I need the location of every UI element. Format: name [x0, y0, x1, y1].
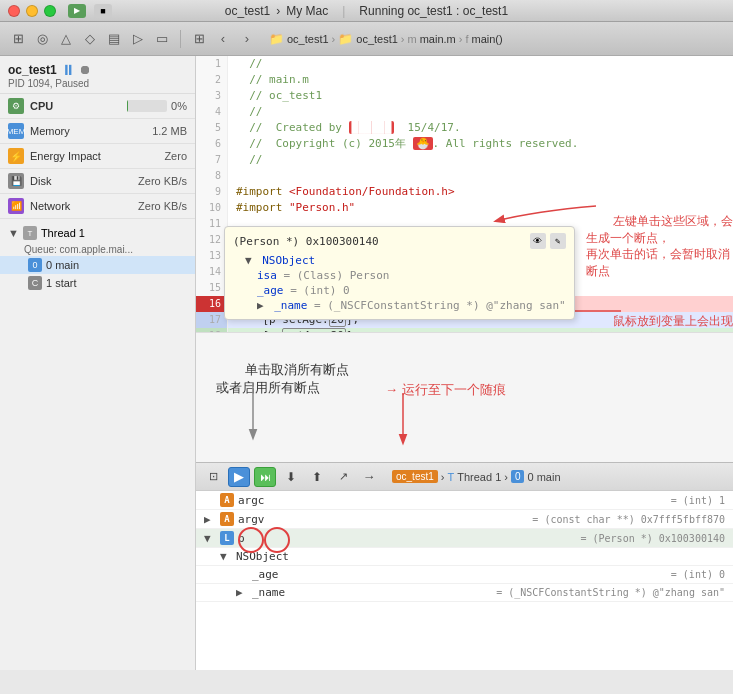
warning-icon[interactable]: ◇ [80, 29, 100, 49]
popup-eye-button[interactable]: 👁 [530, 233, 546, 249]
var-row-age: _age = (int) 0 [196, 566, 733, 584]
thread-badge-0: 0 [28, 258, 42, 272]
title-spacer: | [342, 4, 345, 18]
popup-header: (Person *) 0x100300140 👁 ✎ [233, 233, 566, 249]
cpu-icon: ⚙ [8, 98, 24, 114]
memory-icon: MEM [8, 123, 24, 139]
breadcrumb-project[interactable]: oc_test1 [287, 33, 329, 45]
popup-name: ▶ _name = (_NSCFConstantString *) @"zhan… [233, 298, 566, 313]
code-line-8: 8 [196, 168, 733, 184]
var-row-name[interactable]: ▶ _name = (_NSCFConstantString *) @"zhan… [196, 584, 733, 602]
window-buttons [8, 5, 56, 17]
filter-icon[interactable]: ▤ [104, 29, 124, 49]
code-line-5: 5 // Created by ██████ 15/4/17. [196, 120, 733, 136]
code-line-9: 9 #import <Foundation/Foundation.h> [196, 184, 733, 200]
thread-header[interactable]: ▼ T Thread 1 [0, 223, 195, 243]
popup-title: (Person *) 0x100300140 [233, 235, 379, 248]
metric-energy: ⚡ Energy Impact Zero [0, 144, 195, 169]
var-row-p[interactable]: ▼ L p = (Person *) 0x100300140 [196, 529, 733, 548]
close-button[interactable] [8, 5, 20, 17]
disk-icon: 💾 [8, 173, 24, 189]
metric-cpu: ⚙ CPU 0% [0, 94, 195, 119]
breadcrumb-function[interactable]: main() [472, 33, 503, 45]
next-inst-button[interactable]: → [358, 467, 380, 487]
run-button[interactable]: ▶ [68, 4, 86, 18]
metric-memory: MEM Memory 1.2 MB [0, 119, 195, 144]
breadcrumb-folder[interactable]: oc_test1 [356, 33, 398, 45]
step-into-button[interactable]: ⬇ [280, 467, 302, 487]
var-row-argc: A argc = (int) 1 [196, 491, 733, 510]
step-annotation: → 运行至下一个随痕 [356, 363, 506, 418]
right-panel: 1 // 2 // main.m 3 // oc_test1 4 // 5 //… [196, 56, 733, 670]
step-over-button[interactable]: ⏭ [254, 467, 276, 487]
variable-popup: (Person *) 0x100300140 👁 ✎ ▼ NSObject is… [224, 226, 575, 320]
step-out-button[interactable]: ⬆ [306, 467, 328, 487]
title-separator: › [276, 4, 280, 18]
nav-back-icon[interactable]: ‹ [213, 29, 233, 49]
console-toggle-button[interactable]: ⊡ [202, 467, 224, 487]
annotation-section: 单击取消所有断点或者启用所有断点 → 运行至下一个随痕 [196, 332, 733, 462]
thread-item-0-main[interactable]: 0 0 main [0, 256, 195, 274]
pause-icon[interactable]: ⏸ [61, 62, 75, 78]
argv-badge: A [220, 512, 234, 526]
forward-icon[interactable]: ▷ [128, 29, 148, 49]
stop-button[interactable]: ■ [94, 4, 112, 18]
debug-thread-icon: T [447, 471, 454, 483]
popup-isa: isa = (Class) Person [233, 268, 566, 283]
breakpoint-icon[interactable]: ◎ [32, 29, 52, 49]
thread-item-1-start[interactable]: C 1 start [0, 274, 195, 292]
main-area: oc_test1 ⏸ ⏺ PID 1094, Paused ⚙ CPU 0% M… [0, 56, 733, 670]
energy-value: Zero [164, 150, 187, 162]
code-line-7: 7 // [196, 152, 733, 168]
record-icon[interactable]: ⏺ [79, 63, 91, 77]
device-name: oc_test1 ⏸ ⏺ [8, 62, 187, 78]
code-line-10: 10 #import "Person.h" [196, 200, 733, 216]
fix-icon[interactable]: △ [56, 29, 76, 49]
cpu-gauge [127, 100, 167, 112]
breadcrumb: 📁 oc_test1 › 📁 oc_test1 › m main.m › f m… [261, 27, 725, 51]
device-name-label: oc_test1 [8, 63, 57, 77]
energy-label: Energy Impact [30, 150, 164, 162]
device-header: oc_test1 ⏸ ⏺ PID 1094, Paused [0, 56, 195, 94]
thread-0-label: 0 main [46, 259, 79, 271]
func-icon: f [465, 33, 468, 45]
running-label: Running oc_test1 : oc_test1 [359, 4, 508, 18]
thread-badge-star: C [28, 276, 42, 290]
debug-sep2: › [504, 471, 508, 483]
title-bar-left: ▶ ■ [68, 4, 112, 18]
code-line-4: 4 // [196, 104, 733, 120]
debug-sep1: › [441, 471, 445, 483]
panel-toggle-icon[interactable]: ⊞ [8, 29, 28, 49]
nav-forward-icon[interactable]: › [237, 29, 257, 49]
code-editor[interactable]: 1 // 2 // main.m 3 // oc_test1 4 // 5 //… [196, 56, 733, 332]
breadcrumb-sep3: › [459, 33, 463, 45]
step-inst-button[interactable]: ↗ [332, 467, 354, 487]
memory-value: 1.2 MB [152, 125, 187, 137]
grid-icon[interactable]: ⊞ [189, 29, 209, 49]
project-folder-icon: 📁 [269, 32, 284, 46]
disk-value: Zero KB/s [138, 175, 187, 187]
metric-disk: 💾 Disk Zero KB/s [0, 169, 195, 194]
energy-icon: ⚡ [8, 148, 24, 164]
code-line-6: 6 // Copyright (c) 2015年 🐣. All rights r… [196, 136, 733, 152]
folder-icon: 📁 [338, 32, 353, 46]
pause-continue-button[interactable]: ▶ [228, 467, 250, 487]
var-row-argv[interactable]: ▶ A argv = (const char **) 0x7fff5fbff87… [196, 510, 733, 529]
maximize-button[interactable] [44, 5, 56, 17]
target-label: My Mac [286, 4, 328, 18]
nsobject-name: NSObject [236, 550, 725, 563]
network-icon: 📶 [8, 198, 24, 214]
hide-icon[interactable]: ▭ [152, 29, 172, 49]
memory-label: Memory [30, 125, 152, 137]
project-label: oc_test1 [225, 4, 270, 18]
minimize-button[interactable] [26, 5, 38, 17]
popup-edit-button[interactable]: ✎ [550, 233, 566, 249]
breadcrumb-file[interactable]: main.m [420, 33, 456, 45]
var-row-nsobject[interactable]: ▼ NSObject [196, 548, 733, 566]
thread-label: Thread 1 [41, 227, 85, 239]
disable-arrow [238, 383, 268, 443]
argc-name: argc [238, 494, 671, 507]
debug-thread: Thread 1 [457, 471, 501, 483]
argv-name: argv [238, 513, 532, 526]
debug-frame-badge: 0 [511, 470, 525, 483]
